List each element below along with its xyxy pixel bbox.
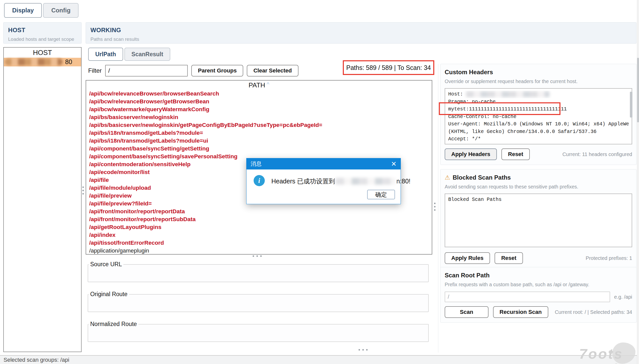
custom-headers-title: Custom Headers: [445, 69, 632, 76]
dialog-message: Headers 已成功设置到 n:80!: [271, 177, 410, 185]
scan-button[interactable]: Scan: [445, 306, 488, 318]
custom-headers-subtitle: Override or supplement request headers f…: [445, 79, 632, 84]
paths-stats-annotation: Paths: 589 / 589 | To Scan: 34: [343, 60, 434, 75]
right-splitter-handle[interactable]: [434, 203, 436, 211]
working-tabbar: UrlPath ScanResult: [88, 48, 170, 61]
tab-config[interactable]: Config: [43, 3, 79, 18]
rules-reset-button[interactable]: Reset: [495, 252, 523, 264]
right-column-divider: [438, 64, 438, 353]
path-row[interactable]: /api/bs/i18n/transmod/getLabels?module=u…: [86, 137, 432, 145]
dialog-title: 消息: [251, 160, 262, 168]
normalized-route-fieldset[interactable]: Normalized Route: [88, 321, 429, 342]
blocked-paths-status-label: Protected prefixes: 1: [586, 255, 632, 261]
custom-headers-textarea[interactable]: Host: Pragma: no-cache mytest:1111111111…: [445, 88, 632, 144]
path-column-header[interactable]: PATH ^: [86, 81, 432, 90]
paths-stats-label: Paths: 589 / 589 | To Scan: 34: [346, 64, 431, 71]
sort-caret-icon: ^: [267, 81, 269, 88]
headers-scrollbar-thumb[interactable]: [630, 92, 632, 118]
path-row[interactable]: /api/component/base/syncSetting/getSetti…: [86, 145, 432, 152]
status-bar-text: Selected scan groups: /api: [4, 357, 69, 363]
original-route-fieldset[interactable]: Original Route: [88, 291, 429, 312]
tab-urlpath[interactable]: UrlPath: [88, 48, 123, 61]
header-line: Cache-Control: no-cache: [448, 113, 629, 121]
status-bar: Selected scan groups: /api: [0, 355, 639, 364]
filter-input[interactable]: [105, 65, 188, 76]
header-line: User-Agent: Mozilla/5.0 (Windows NT 10.0…: [448, 121, 629, 128]
normalized-route-label: Normalized Route: [89, 321, 138, 328]
custom-headers-actions: Apply Headers Reset Current: 11 headers …: [445, 148, 632, 160]
host-panel-title: HOST: [8, 27, 77, 34]
scan-root-title: Scan Root Path: [445, 272, 632, 279]
scan-root-subtitle: Prefix requests with a custom base path,…: [445, 282, 632, 288]
left-splitter-handle[interactable]: [82, 186, 84, 195]
source-url-label: Source URL: [89, 261, 123, 268]
filter-label: Filter: [88, 67, 102, 74]
ok-button[interactable]: 确定: [367, 190, 395, 199]
host-panel-subtitle: Loaded hosts and target scope: [8, 36, 77, 42]
path-row[interactable]: /api/bcw/relevanceBrowser/getBrowserBean: [86, 98, 432, 105]
blocked-paths-textarea[interactable]: Blocked Scan Paths: [445, 194, 632, 247]
path-table-splitter-handle[interactable]: [253, 255, 262, 257]
bottom-splitter-handle[interactable]: [359, 349, 368, 351]
info-icon: i: [254, 175, 265, 186]
page-scrollbar-track[interactable]: [637, 0, 639, 364]
path-row[interactable]: /api/index: [86, 231, 432, 239]
redacted-hostname: [5, 59, 63, 65]
clear-selected-button[interactable]: Clear Selected: [247, 65, 298, 76]
path-row[interactable]: /api/bcw/relevanceBrowser/browserBeanSea…: [86, 90, 432, 98]
scan-root-input-row: e.g. /api: [445, 292, 632, 302]
header-line: Pragma: no-cache: [448, 98, 629, 106]
app-root: Display Config HOST Loaded hosts and tar…: [0, 0, 639, 364]
header-line: Accept: */*: [448, 136, 629, 143]
warning-icon: ⚠: [445, 174, 450, 181]
path-row[interactable]: /api/bs/basicserver/newloginskin/getPage…: [86, 121, 432, 129]
dialog-body: i Headers 已成功设置到 n:80! 确定: [247, 169, 401, 204]
top-tabbar: Display Config: [4, 3, 79, 18]
redacted-host-value: [466, 91, 550, 97]
headers-reset-button[interactable]: Reset: [501, 148, 530, 160]
header-line: mytest:111111111111111111111111111111111: [448, 106, 629, 113]
header-line: (KHTML, like Gecko) Chrome/134.0.0.0 Saf…: [448, 128, 629, 136]
blocked-paths-actions: Apply Rules Reset Protected prefixes: 1: [445, 252, 632, 264]
blocked-paths-title: ⚠ Blocked Scan Paths: [445, 174, 632, 181]
path-row[interactable]: /api/getRootLayoutPlugins: [86, 223, 432, 231]
path-header-label: PATH: [249, 81, 265, 89]
close-icon[interactable]: ✕: [391, 161, 397, 167]
apply-headers-button[interactable]: Apply Headers: [445, 148, 497, 160]
message-dialog: 消息 ✕ i Headers 已成功设置到 n:80! 确定: [246, 158, 401, 204]
host-table-header: HOST: [4, 48, 81, 58]
scan-root-card: Scan Root Path Prefix requests with a cu…: [440, 267, 636, 323]
tab-display[interactable]: Display: [4, 3, 42, 18]
path-row[interactable]: /api/bcw/watermarke/queryWatermarkConfig: [86, 105, 432, 113]
filter-row: Filter Parent Groups Clear Selected: [88, 65, 298, 76]
path-row[interactable]: /api/bs/i18n/transmod/getLabels?module=: [86, 129, 432, 137]
path-row[interactable]: /api/bs/basicserver/newloginskin: [86, 113, 432, 121]
host-panel-header: HOST Loaded hosts and target scope: [3, 22, 82, 44]
path-row[interactable]: /api/front/monitor/report/reportSubData: [86, 215, 432, 223]
scan-root-status-label: Current root: / | Selected paths: 34: [555, 309, 632, 315]
source-url-fieldset[interactable]: Source URL: [88, 261, 429, 282]
path-row[interactable]: /api/tissot/frontErrorRecord: [86, 239, 432, 247]
scan-root-actions: Scan Recursion Scan Current root: / | Se…: [445, 306, 632, 318]
headers-status-label: Current: 11 headers configured: [562, 151, 632, 157]
working-panel-header: WORKING Paths and scan results: [86, 22, 636, 44]
dialog-titlebar[interactable]: 消息 ✕: [247, 158, 401, 169]
blocked-paths-card: ⚠ Blocked Scan Paths Avoid sending scan …: [440, 169, 636, 269]
header-line-host: Host:: [448, 91, 629, 98]
apply-rules-button[interactable]: Apply Rules: [445, 252, 490, 264]
custom-headers-card: Custom Headers Override or supplement re…: [440, 64, 636, 165]
blocked-paths-subtitle: Avoid sending scan requests to these sen…: [445, 184, 632, 190]
redacted-dialog-host: [335, 178, 396, 185]
recursion-scan-button[interactable]: Recursion Scan: [493, 306, 548, 318]
parent-groups-button[interactable]: Parent Groups: [191, 65, 243, 76]
scan-root-input[interactable]: [445, 292, 610, 302]
tab-scanresult[interactable]: ScanResult: [124, 48, 170, 61]
page-scrollbar-thumb[interactable]: [637, 58, 639, 122]
scan-root-hint: e.g. /api: [614, 294, 632, 300]
host-table: HOST 80: [3, 47, 82, 352]
host-row[interactable]: 80: [4, 58, 81, 66]
path-row[interactable]: /api/front/monitor/report/reportData: [86, 207, 432, 215]
path-row[interactable]: /application/gameplugin: [86, 247, 432, 255]
original-route-label: Original Route: [89, 291, 129, 298]
working-panel-subtitle: Paths and scan results: [90, 36, 632, 42]
